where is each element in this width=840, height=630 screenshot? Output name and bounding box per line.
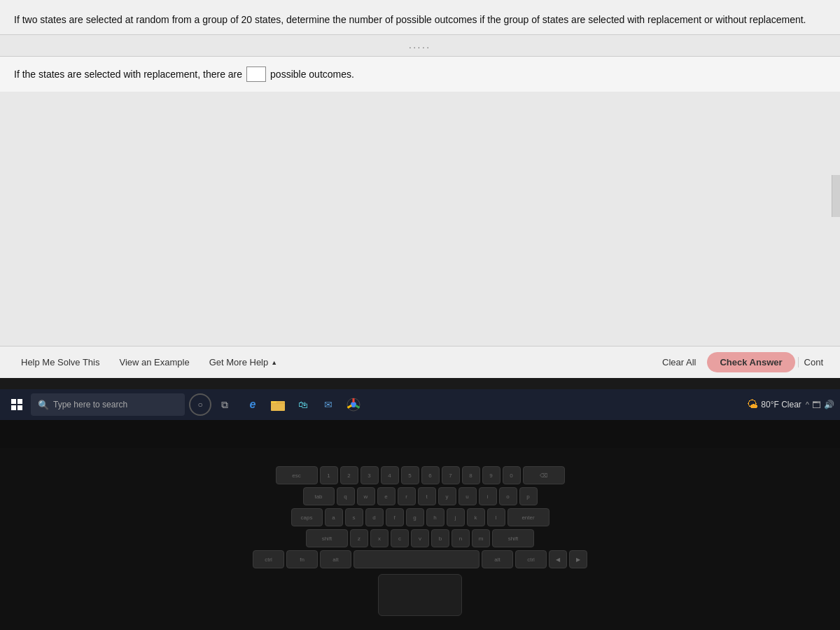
- key-y[interactable]: y: [438, 487, 456, 505]
- key-a[interactable]: a: [325, 508, 343, 526]
- cont-label: Cont: [798, 357, 829, 368]
- key-e[interactable]: e: [377, 487, 396, 505]
- key-alt-right[interactable]: alt: [482, 550, 513, 568]
- get-more-help-button[interactable]: Get More Help: [200, 353, 287, 372]
- key-7[interactable]: 7: [442, 466, 460, 484]
- key-label: 9: [489, 472, 492, 479]
- key-label: caps: [301, 514, 313, 521]
- clear-all-button[interactable]: Clear All: [651, 353, 707, 372]
- key-ctrl-left[interactable]: ctrl: [253, 550, 284, 568]
- view-example-button[interactable]: View an Example: [109, 353, 199, 372]
- key-label: e: [384, 493, 387, 500]
- key-2[interactable]: 2: [340, 466, 358, 484]
- key-label: 5: [408, 472, 411, 479]
- explorer-icon[interactable]: [266, 393, 290, 416]
- key-q[interactable]: q: [337, 487, 355, 505]
- main-window: If two states are selected at random fro…: [0, 0, 840, 378]
- answer-input-box[interactable]: [246, 66, 266, 82]
- key-label: 0: [510, 472, 512, 479]
- taskbar-search-box[interactable]: 🔍 Type here to search: [31, 393, 185, 416]
- key-g[interactable]: g: [406, 508, 424, 526]
- key-n[interactable]: n: [451, 529, 470, 547]
- help-me-solve-button[interactable]: Help Me Solve This: [11, 353, 109, 372]
- key-5[interactable]: 5: [401, 466, 419, 484]
- key-backspace[interactable]: ⌫: [523, 466, 565, 484]
- cortana-button[interactable]: ○: [189, 393, 211, 416]
- speaker-icon[interactable]: 🔊: [824, 400, 834, 410]
- key-enter[interactable]: enter: [507, 508, 550, 526]
- store-icon[interactable]: 🛍: [291, 393, 315, 416]
- key-label: z: [358, 536, 360, 542]
- key-m[interactable]: m: [472, 529, 490, 547]
- problem-text: If two states are selected at random fro…: [14, 13, 826, 27]
- key-arrow-left[interactable]: ◀: [549, 550, 567, 568]
- key-tab[interactable]: tab: [303, 487, 335, 505]
- key-f[interactable]: f: [386, 508, 404, 526]
- search-text: Type here to search: [53, 400, 127, 410]
- keyboard-area: esc 1 2 3 4 5 6 7 8 9 0 ⌫ tab q w e r t …: [0, 448, 840, 630]
- key-8[interactable]: 8: [462, 466, 480, 484]
- task-view-button[interactable]: ⧉: [214, 394, 235, 415]
- touchpad[interactable]: [378, 574, 462, 616]
- key-d[interactable]: d: [365, 508, 384, 526]
- key-shift-right[interactable]: shift: [492, 529, 534, 547]
- key-z[interactable]: z: [350, 529, 368, 547]
- key-l[interactable]: l: [487, 508, 505, 526]
- key-u[interactable]: u: [458, 487, 477, 505]
- sub-question-text: If the states are selected with replacem…: [14, 66, 242, 82]
- key-label: esc: [292, 472, 300, 479]
- key-label: d: [372, 514, 375, 521]
- key-label: j: [455, 514, 456, 521]
- key-t[interactable]: t: [418, 487, 436, 505]
- key-w[interactable]: w: [357, 487, 375, 505]
- key-row-bottom: ctrl fn alt alt ctrl ◀ ▶: [253, 550, 587, 568]
- key-r[interactable]: r: [398, 487, 416, 505]
- notification-icon[interactable]: 🗔: [812, 400, 821, 410]
- key-b[interactable]: b: [431, 529, 449, 547]
- key-6[interactable]: 6: [421, 466, 440, 484]
- chevron-up-icon[interactable]: ^: [806, 400, 809, 409]
- key-3[interactable]: 3: [360, 466, 379, 484]
- key-c[interactable]: c: [391, 529, 409, 547]
- key-x[interactable]: x: [370, 529, 388, 547]
- key-label: 3: [368, 472, 370, 479]
- key-label: 4: [388, 472, 391, 479]
- mail-icon[interactable]: ✉: [316, 393, 340, 416]
- key-label: t: [426, 493, 427, 500]
- key-esc[interactable]: esc: [276, 466, 318, 484]
- key-h[interactable]: h: [426, 508, 444, 526]
- key-shift-left[interactable]: shift: [306, 529, 348, 547]
- key-label: 8: [469, 472, 472, 479]
- key-label: s: [353, 514, 356, 521]
- weather-display[interactable]: 🌤 80°F Clear: [747, 398, 802, 411]
- key-j[interactable]: j: [447, 508, 465, 526]
- key-label: ◀: [556, 556, 560, 563]
- key-space[interactable]: [354, 550, 479, 568]
- check-answer-button[interactable]: Check Answer: [707, 352, 794, 372]
- key-label: 6: [428, 472, 431, 479]
- key-ctrl-right[interactable]: ctrl: [515, 550, 547, 568]
- key-0[interactable]: 0: [503, 466, 521, 484]
- key-caps[interactable]: caps: [291, 508, 323, 526]
- key-v[interactable]: v: [411, 529, 429, 547]
- laptop-bottom: esc 1 2 3 4 5 6 7 8 9 0 ⌫ tab q w e r t …: [0, 420, 840, 630]
- key-label: v: [419, 536, 421, 542]
- svg-rect-3: [18, 405, 22, 410]
- edge-icon[interactable]: e: [241, 393, 265, 416]
- key-label: f: [393, 514, 395, 521]
- svg-point-8: [351, 402, 356, 407]
- start-button[interactable]: [6, 393, 28, 416]
- key-alt-left[interactable]: alt: [320, 550, 351, 568]
- key-s[interactable]: s: [345, 508, 363, 526]
- content-space: [0, 92, 840, 337]
- key-o[interactable]: o: [499, 487, 517, 505]
- key-1[interactable]: 1: [320, 466, 338, 484]
- key-arrow-right[interactable]: ▶: [569, 550, 587, 568]
- key-fn[interactable]: fn: [286, 550, 318, 568]
- chrome-icon[interactable]: [342, 393, 365, 416]
- key-9[interactable]: 9: [482, 466, 500, 484]
- key-i[interactable]: i: [479, 487, 497, 505]
- key-k[interactable]: k: [467, 508, 485, 526]
- key-p[interactable]: p: [519, 487, 538, 505]
- key-4[interactable]: 4: [381, 466, 399, 484]
